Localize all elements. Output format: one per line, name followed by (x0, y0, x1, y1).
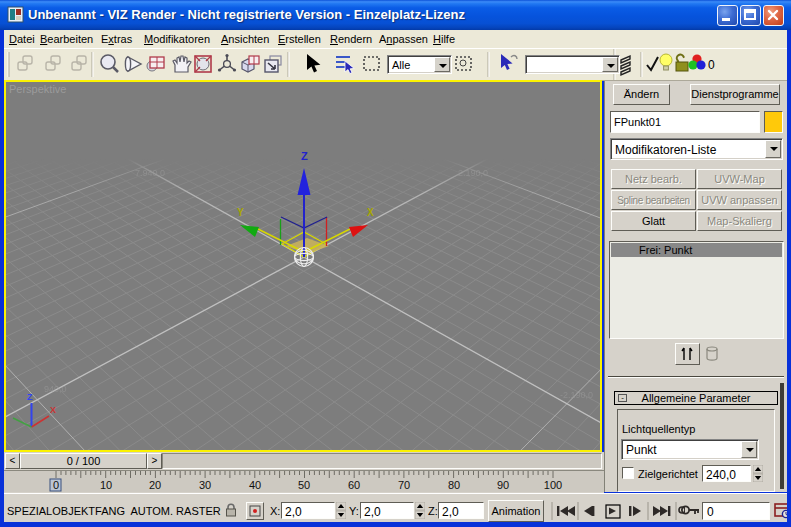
svg-text:10: 10 (100, 479, 112, 491)
svg-text:7.940,0: 7.940,0 (135, 168, 165, 178)
svg-text:20: 20 (149, 479, 161, 491)
svg-text:X: X (367, 207, 374, 218)
svg-text:2.190,0: 2.190,0 (458, 168, 488, 178)
svg-text:Z: Z (301, 150, 308, 162)
svg-text:50: 50 (298, 479, 310, 491)
svg-text:60: 60 (348, 479, 360, 491)
svg-text:100: 100 (544, 479, 562, 491)
svg-text:40: 40 (249, 479, 261, 491)
svg-text:80: 80 (448, 479, 460, 491)
svg-text:-2.190,0: -2.190,0 (560, 390, 593, 400)
svg-text:X: X (50, 405, 56, 415)
svg-text:0: 0 (53, 479, 59, 491)
svg-text:70: 70 (398, 479, 410, 491)
svg-text:Y: Y (237, 207, 244, 218)
svg-text:90: 90 (497, 479, 509, 491)
svg-text:unkt01: unkt01 (316, 255, 343, 265)
svg-text:Z: Z (27, 392, 33, 402)
svg-text:940,0: 940,0 (44, 384, 67, 394)
svg-text:30: 30 (199, 479, 211, 491)
svg-text:0: 0 (708, 58, 715, 72)
